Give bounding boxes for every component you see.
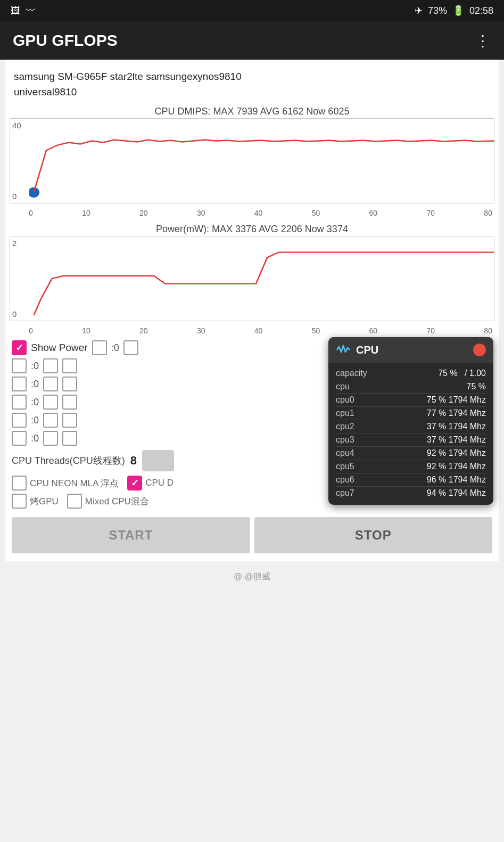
app-title: GPU GFLOPS	[13, 31, 118, 50]
device-info: samsung SM-G965F star2lte samsungexynos9…	[5, 65, 499, 102]
show-power-sub-checkbox[interactable]	[92, 340, 107, 355]
sub-checkbox-1c[interactable]	[62, 358, 77, 373]
start-button[interactable]: START	[12, 517, 250, 553]
chart1-container: CPU DMIPS: MAX 7939 AVG 6162 Now 6025 40…	[5, 102, 499, 219]
neon-label: CPU NEON MLA 浮点	[30, 477, 119, 489]
sub-value-1: :0	[31, 361, 39, 372]
stop-button[interactable]: STOP	[254, 517, 493, 553]
sub-checkbox-2b[interactable]	[43, 377, 58, 391]
device-line1: samsung SM-G965F star2lte samsungexynos9…	[14, 71, 242, 82]
app-bar: GPU GFLOPS ⋮	[0, 21, 504, 60]
cpu-popup-title: CPU	[356, 344, 468, 356]
sub-checkbox-2[interactable]	[12, 377, 27, 391]
gpu-label: 烤GPU	[30, 495, 59, 508]
show-power-sub-checkbox2[interactable]	[123, 340, 138, 355]
sub-checkbox-5c[interactable]	[62, 431, 77, 446]
sub-checkbox-4[interactable]	[12, 413, 27, 428]
chart2-label: Power(mW): MAX 3376 AVG 2206 Now 3374	[10, 219, 494, 236]
sub-value-5: :0	[31, 433, 39, 444]
sub-checkbox-2c[interactable]	[62, 377, 77, 391]
sub-value-4: :0	[31, 415, 39, 426]
sub-checkbox-4c[interactable]	[62, 413, 77, 428]
threads-stepper[interactable]	[142, 450, 174, 471]
chart2-area: 2 0	[10, 236, 494, 321]
sub-checkbox-4b[interactable]	[43, 413, 58, 428]
cpu-row-cpu0: cpu0 75 % 1794 Mhz	[336, 394, 486, 407]
activity-icon: 〰	[26, 5, 35, 17]
show-power-checkbox[interactable]	[12, 340, 27, 355]
gpu-checkbox[interactable]	[12, 494, 27, 509]
button-row: START STOP	[12, 517, 492, 553]
cpu-row-cpu: cpu 75 %	[336, 380, 486, 394]
option-cpud: CPU D	[127, 476, 173, 491]
cpu-row-cpu4: cpu4 92 % 1794 Mhz	[336, 447, 486, 460]
status-bar-right: ✈ 73% 🔋 02:58	[415, 5, 493, 17]
chart1-y-labels: 40 0	[12, 119, 21, 203]
sub-checkbox-3b[interactable]	[43, 395, 58, 410]
threads-value: 8	[130, 454, 137, 468]
battery-percent: 73%	[428, 5, 447, 17]
cpu-row-capacity: capacity 75 % / 1.00	[336, 367, 486, 380]
chart1-label: CPU DMIPS: MAX 7939 AVG 6162 Now 6025	[10, 102, 494, 118]
cpud-label: CPU D	[145, 478, 173, 488]
chart2-x-labels: 0 10 20 30 40 50 60 70 80	[10, 325, 494, 337]
bottom-area: @ @胆威	[0, 561, 504, 827]
cpu-row-cpu3: cpu3 37 % 1794 Mhz	[336, 434, 486, 447]
threads-label: CPU Threads(CPU线程数)	[12, 454, 125, 467]
cpu-row-cpu6: cpu6 96 % 1794 Mhz	[336, 473, 486, 487]
cpu-popup: CPU capacity 75 % / 1.00 cpu 75 % cpu0 7…	[328, 337, 493, 505]
option-mixed: Mixed CPU混合	[67, 494, 149, 509]
mixed-label: Mixed CPU混合	[85, 495, 149, 508]
chart2-svg	[29, 236, 494, 321]
airplane-icon: ✈	[415, 5, 423, 17]
main-content: samsung SM-G965F star2lte samsungexynos9…	[5, 60, 499, 561]
cpu-row-cpu2: cpu2 37 % 1794 Mhz	[336, 420, 486, 434]
sub-checkbox-1b[interactable]	[43, 358, 58, 373]
device-line2: universal9810	[14, 86, 77, 97]
cpud-checkbox[interactable]	[127, 476, 142, 491]
cpu-waveform-icon	[336, 342, 351, 357]
status-bar-left: 🖼 〰	[11, 5, 35, 17]
sub-checkbox-5[interactable]	[12, 431, 27, 446]
cpu-popup-body: capacity 75 % / 1.00 cpu 75 % cpu0 75 % …	[328, 363, 493, 505]
sub-checkbox-1[interactable]	[12, 358, 27, 373]
sub-checkbox-3[interactable]	[12, 395, 27, 410]
sub-value-3: :0	[31, 397, 39, 408]
chart1-x-labels: 0 10 20 30 40 50 60 70 80	[10, 208, 494, 219]
option-gpu: 烤GPU	[12, 494, 59, 509]
mixed-checkbox[interactable]	[67, 494, 82, 509]
chart1-svg	[29, 119, 494, 203]
cpu-popup-header: CPU	[328, 337, 493, 363]
clock: 02:58	[469, 5, 493, 17]
status-bar: 🖼 〰 ✈ 73% 🔋 02:58	[0, 0, 504, 21]
gallery-icon: 🖼	[11, 5, 20, 17]
battery-icon: 🔋	[452, 5, 464, 17]
menu-icon[interactable]: ⋮	[475, 32, 491, 50]
show-power-value: :0	[111, 342, 119, 354]
neon-checkbox[interactable]	[12, 476, 27, 491]
cpu-row-cpu1: cpu1 77 % 1794 Mhz	[336, 407, 486, 420]
cpu-row-cpu7: cpu7 94 % 1794 Mhz	[336, 487, 486, 500]
cpu-record-dot[interactable]	[473, 344, 486, 356]
show-power-label: Show Power	[31, 342, 88, 354]
option-neon: CPU NEON MLA 浮点	[12, 476, 119, 491]
chart1-area: 40 0	[10, 118, 494, 203]
sub-checkbox-3c[interactable]	[62, 395, 77, 410]
sub-checkbox-5b[interactable]	[43, 431, 58, 446]
sub-value-2: :0	[31, 379, 39, 390]
chart2-container: Power(mW): MAX 3376 AVG 2206 Now 3374 2 …	[5, 219, 499, 337]
cpu-row-cpu5: cpu5 92 % 1794 Mhz	[336, 460, 486, 473]
chart2-y-labels: 2 0	[12, 236, 16, 321]
controls-area: Show Power :0 :0 :0 :0 :0	[5, 337, 499, 561]
watermark: @ @胆威	[0, 561, 504, 593]
